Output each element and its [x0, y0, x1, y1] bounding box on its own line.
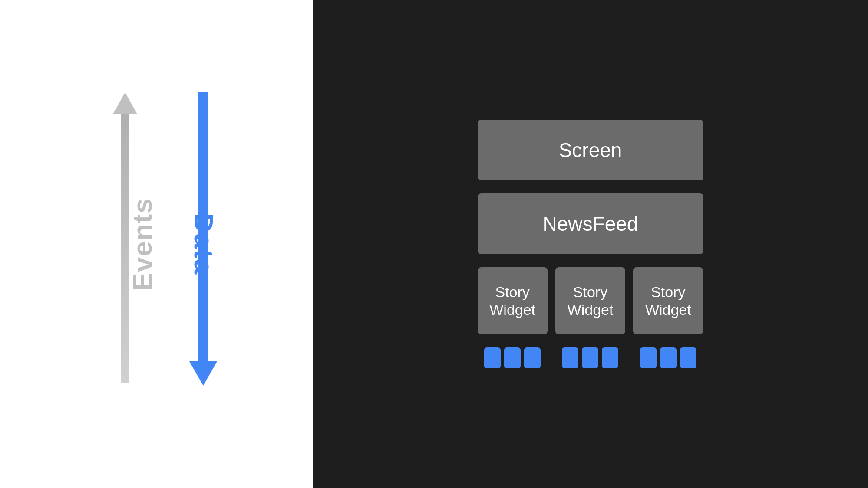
- data-label: Data: [188, 213, 219, 275]
- story-dots-group-2: [555, 347, 625, 368]
- story-widget-3: StoryWidget: [633, 267, 703, 334]
- story-dot-2-3: [602, 347, 618, 368]
- story-dot-1-1: [484, 347, 501, 368]
- events-arrowhead: [113, 92, 137, 114]
- story-dots-group-1: [478, 347, 548, 368]
- left-panel: Events Data: [0, 0, 313, 488]
- data-arrowhead: [189, 361, 217, 386]
- story-widget-3-label: StoryWidget: [645, 283, 691, 319]
- events-label: Events: [127, 197, 158, 291]
- story-dot-3-1: [640, 347, 657, 368]
- story-dot-2-2: [582, 347, 598, 368]
- story-dot-1-2: [504, 347, 521, 368]
- story-dot-1-3: [524, 347, 541, 368]
- story-widgets-row: StoryWidget StoryWidget StoryWidget: [478, 267, 703, 334]
- story-widget-1: StoryWidget: [478, 267, 548, 334]
- story-widget-1-label: StoryWidget: [489, 283, 535, 319]
- arrows-container: Events Data: [69, 92, 243, 396]
- newsfeed-box: NewsFeed: [478, 193, 703, 254]
- story-dots-group-3: [633, 347, 703, 368]
- story-widget-2-label: StoryWidget: [568, 283, 614, 319]
- right-panel: Screen NewsFeed StoryWidget StoryWidget …: [313, 0, 868, 488]
- story-dots-row: [478, 347, 703, 368]
- story-dot-3-3: [680, 347, 696, 368]
- story-dot-3-2: [660, 347, 677, 368]
- screen-box: Screen: [478, 120, 703, 180]
- story-widget-2: StoryWidget: [555, 267, 625, 334]
- story-dot-2-1: [562, 347, 578, 368]
- screen-label: Screen: [559, 138, 622, 162]
- newsfeed-label: NewsFeed: [543, 212, 638, 236]
